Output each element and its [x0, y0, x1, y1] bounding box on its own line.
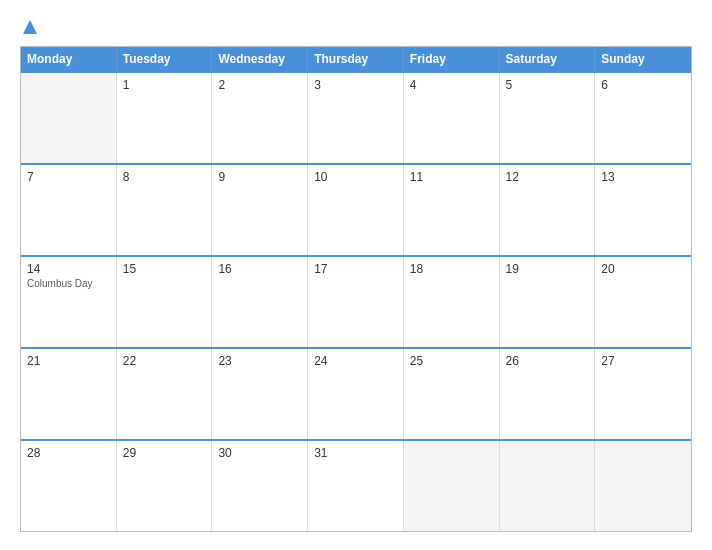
cal-cell: 1	[117, 73, 213, 163]
cal-cell: 11	[404, 165, 500, 255]
cal-cell: 27	[595, 349, 691, 439]
week-row-5: 28293031	[21, 439, 691, 531]
cal-cell: 7	[21, 165, 117, 255]
day-number: 25	[410, 354, 493, 368]
cal-cell: 25	[404, 349, 500, 439]
header-cell-monday: Monday	[21, 47, 117, 71]
day-number: 27	[601, 354, 685, 368]
cal-cell: 24	[308, 349, 404, 439]
day-number: 15	[123, 262, 206, 276]
cal-cell: 30	[212, 441, 308, 531]
day-number: 10	[314, 170, 397, 184]
header-cell-saturday: Saturday	[500, 47, 596, 71]
day-number: 1	[123, 78, 206, 92]
cal-cell: 14Columbus Day	[21, 257, 117, 347]
cal-cell: 2	[212, 73, 308, 163]
day-number: 26	[506, 354, 589, 368]
day-number: 11	[410, 170, 493, 184]
day-number: 18	[410, 262, 493, 276]
cal-cell: 20	[595, 257, 691, 347]
day-number: 29	[123, 446, 206, 460]
day-number: 3	[314, 78, 397, 92]
day-number: 23	[218, 354, 301, 368]
day-number: 17	[314, 262, 397, 276]
cal-cell	[595, 441, 691, 531]
day-number: 16	[218, 262, 301, 276]
cal-cell: 10	[308, 165, 404, 255]
day-number: 9	[218, 170, 301, 184]
cal-cell: 23	[212, 349, 308, 439]
header-cell-tuesday: Tuesday	[117, 47, 213, 71]
cal-cell	[404, 441, 500, 531]
cal-cell: 5	[500, 73, 596, 163]
cal-cell: 6	[595, 73, 691, 163]
page: MondayTuesdayWednesdayThursdayFridaySatu…	[0, 0, 712, 550]
week-row-3: 14Columbus Day151617181920	[21, 255, 691, 347]
cal-cell: 18	[404, 257, 500, 347]
day-number: 7	[27, 170, 110, 184]
day-number: 28	[27, 446, 110, 460]
header	[20, 18, 692, 36]
cal-cell: 12	[500, 165, 596, 255]
day-number: 8	[123, 170, 206, 184]
cal-cell: 4	[404, 73, 500, 163]
day-number: 21	[27, 354, 110, 368]
day-number: 24	[314, 354, 397, 368]
day-number: 19	[506, 262, 589, 276]
cal-cell: 28	[21, 441, 117, 531]
week-row-1: 123456	[21, 71, 691, 163]
header-cell-thursday: Thursday	[308, 47, 404, 71]
holiday-label: Columbus Day	[27, 278, 110, 289]
cal-cell: 13	[595, 165, 691, 255]
cal-cell: 15	[117, 257, 213, 347]
cal-cell: 21	[21, 349, 117, 439]
day-number: 20	[601, 262, 685, 276]
cal-cell: 16	[212, 257, 308, 347]
header-cell-wednesday: Wednesday	[212, 47, 308, 71]
logo	[20, 18, 39, 36]
cal-cell: 26	[500, 349, 596, 439]
day-number: 22	[123, 354, 206, 368]
day-number: 30	[218, 446, 301, 460]
day-number: 2	[218, 78, 301, 92]
header-cell-friday: Friday	[404, 47, 500, 71]
day-number: 4	[410, 78, 493, 92]
day-number: 5	[506, 78, 589, 92]
cal-cell: 31	[308, 441, 404, 531]
cal-cell	[500, 441, 596, 531]
cal-cell: 3	[308, 73, 404, 163]
logo-icon	[21, 18, 39, 36]
calendar-header: MondayTuesdayWednesdayThursdayFridaySatu…	[21, 47, 691, 71]
cal-cell: 19	[500, 257, 596, 347]
cal-cell: 29	[117, 441, 213, 531]
calendar-body: 1234567891011121314Columbus Day151617181…	[21, 71, 691, 531]
cal-cell: 22	[117, 349, 213, 439]
week-row-4: 21222324252627	[21, 347, 691, 439]
cal-cell: 8	[117, 165, 213, 255]
svg-marker-0	[23, 20, 37, 34]
day-number: 6	[601, 78, 685, 92]
day-number: 13	[601, 170, 685, 184]
week-row-2: 78910111213	[21, 163, 691, 255]
day-number: 31	[314, 446, 397, 460]
day-number: 12	[506, 170, 589, 184]
calendar: MondayTuesdayWednesdayThursdayFridaySatu…	[20, 46, 692, 532]
cal-cell	[21, 73, 117, 163]
header-cell-sunday: Sunday	[595, 47, 691, 71]
day-number: 14	[27, 262, 110, 276]
cal-cell: 17	[308, 257, 404, 347]
cal-cell: 9	[212, 165, 308, 255]
